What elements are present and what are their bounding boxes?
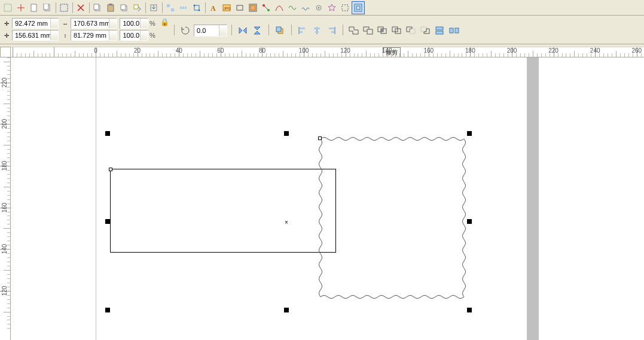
curve-red-icon[interactable] <box>273 1 286 14</box>
intersect-icon[interactable] <box>376 24 390 37</box>
mirror-horizontal-icon[interactable] <box>236 24 250 37</box>
trim-icon[interactable] <box>361 24 376 37</box>
selection-handle-w[interactable] <box>105 219 110 224</box>
svg-point-20 <box>199 9 200 11</box>
svg-rect-15 <box>180 7 182 9</box>
svg-rect-16 <box>182 7 184 9</box>
rect-shape-icon[interactable] <box>233 1 246 14</box>
svg-rect-54 <box>455 28 459 33</box>
height-input[interactable] <box>71 30 117 41</box>
front-minus-back-icon[interactable] <box>404 24 419 37</box>
delete-node-icon[interactable] <box>74 1 87 14</box>
mirror-vertical-icon[interactable] <box>250 24 264 37</box>
ruler-origin[interactable] <box>0 47 11 57</box>
transform-tool-icon[interactable] <box>190 1 203 14</box>
text-tool-icon[interactable]: A <box>207 1 220 14</box>
star-icon[interactable] <box>325 1 338 14</box>
clone-icon[interactable] <box>130 1 144 14</box>
percent-label: % <box>149 20 157 27</box>
align-left-icon[interactable] <box>295 24 310 37</box>
connector-icon[interactable] <box>260 1 273 14</box>
bounding-box-icon[interactable] <box>338 1 352 14</box>
selection-handle-sw[interactable] <box>105 308 110 312</box>
width-input[interactable] <box>71 18 117 29</box>
scale-y-input[interactable] <box>120 30 148 41</box>
combine-icon[interactable] <box>433 24 447 37</box>
svg-rect-13 <box>167 4 170 7</box>
x-position-input[interactable] <box>12 18 59 29</box>
svg-text:A: A <box>210 4 216 12</box>
selection-handle-nw[interactable] <box>105 131 110 136</box>
bitmap-icon[interactable]: JPG <box>220 1 233 14</box>
y-position-input[interactable] <box>12 30 59 41</box>
svg-rect-33 <box>356 6 360 10</box>
weld-icon[interactable] <box>347 24 361 37</box>
gear-icon[interactable] <box>312 1 325 14</box>
lock-ratio-icon[interactable]: 🔒 <box>159 18 170 26</box>
svg-rect-49 <box>410 29 415 34</box>
drawing-workspace[interactable]: × <box>11 57 644 340</box>
curve-green-icon[interactable] <box>286 1 299 14</box>
rectangle-node[interactable] <box>109 168 112 171</box>
rotation-group <box>178 24 227 37</box>
crop-toggle-icon[interactable] <box>352 1 365 14</box>
svg-rect-7 <box>108 5 114 11</box>
svg-rect-18 <box>194 5 199 10</box>
svg-rect-52 <box>436 31 443 34</box>
svg-rect-4 <box>60 4 68 11</box>
selection-handle-ne[interactable] <box>467 131 472 136</box>
break-apart-icon[interactable] <box>447 24 462 37</box>
copy-icon[interactable] <box>91 1 104 14</box>
to-front-icon[interactable] <box>273 24 287 37</box>
svg-rect-50 <box>421 27 426 32</box>
wavy-rectangle-object[interactable] <box>317 135 470 306</box>
svg-rect-24 <box>237 5 243 10</box>
selection-handle-n[interactable] <box>284 131 289 136</box>
page-right-shadow <box>527 57 539 340</box>
width-icon: ↔ <box>61 19 69 28</box>
spiral-waves-icon[interactable] <box>299 1 312 14</box>
wavy-node[interactable] <box>318 136 322 140</box>
scale-x-input[interactable] <box>120 18 148 29</box>
horizontal-ruler[interactable]: 修剪 020406080100120140160180200220240260 <box>11 47 644 57</box>
svg-rect-0 <box>4 4 11 11</box>
svg-rect-11 <box>134 5 138 9</box>
snap-grid-icon[interactable] <box>1 1 14 14</box>
svg-rect-38 <box>314 28 320 29</box>
height-icon: ↕ <box>61 31 69 40</box>
doc-pages-icon[interactable] <box>41 1 54 14</box>
separator <box>230 18 233 42</box>
back-minus-front-icon[interactable] <box>419 24 433 37</box>
svg-rect-6 <box>94 4 99 10</box>
simplify-icon[interactable] <box>390 24 404 37</box>
selection-handle-e[interactable] <box>467 219 472 224</box>
distribute-tool-icon[interactable] <box>177 1 190 14</box>
separator <box>289 18 293 42</box>
svg-rect-31 <box>342 5 348 11</box>
doc-page-icon[interactable] <box>28 1 41 14</box>
svg-rect-1 <box>31 4 36 11</box>
align-tool-icon[interactable] <box>164 1 177 14</box>
svg-text:JPG: JPG <box>224 7 231 10</box>
svg-rect-35 <box>276 27 281 32</box>
svg-rect-26 <box>251 5 255 10</box>
rectangle-object[interactable] <box>110 169 336 253</box>
select-region-icon[interactable] <box>57 1 71 14</box>
selection-handle-se[interactable] <box>467 308 472 312</box>
align-center-h-icon[interactable] <box>310 24 324 37</box>
svg-rect-3 <box>44 4 48 10</box>
vertical-ruler[interactable]: 220200180160140120 <box>0 57 11 340</box>
svg-rect-14 <box>171 8 174 11</box>
selection-center-icon[interactable]: × <box>284 220 289 224</box>
duplicate-icon[interactable] <box>117 1 130 14</box>
snap-guides-icon[interactable] <box>14 1 28 14</box>
align-right-icon[interactable] <box>324 24 338 37</box>
paste-icon[interactable] <box>104 1 117 14</box>
import-icon[interactable] <box>147 1 160 14</box>
separator <box>172 18 176 42</box>
rotate-icon[interactable] <box>178 24 193 37</box>
selection-handle-s[interactable] <box>284 308 289 312</box>
main-toolbar: A JPG <box>0 0 644 16</box>
frame-icon[interactable] <box>246 1 260 14</box>
rotation-input[interactable] <box>194 25 227 37</box>
